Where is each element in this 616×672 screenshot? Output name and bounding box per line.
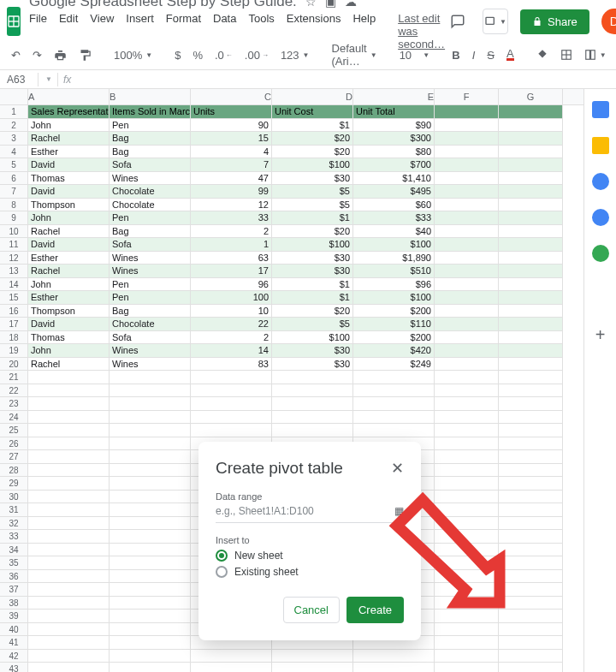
row-head[interactable]: 36: [0, 570, 28, 584]
row-head[interactable]: 40: [0, 623, 28, 637]
cell[interactable]: [28, 650, 110, 663]
star-icon[interactable]: ☆: [305, 0, 317, 9]
cell[interactable]: $100: [272, 331, 353, 345]
cell[interactable]: [110, 384, 191, 398]
cell[interactable]: [435, 199, 499, 212]
row-head[interactable]: 14: [0, 278, 28, 292]
cell[interactable]: [435, 238, 499, 252]
row-head[interactable]: 12: [0, 252, 28, 265]
row-head[interactable]: 38: [0, 597, 28, 610]
cell[interactable]: [28, 663, 110, 672]
cell[interactable]: [435, 384, 499, 398]
cell[interactable]: [110, 397, 191, 411]
cell[interactable]: $1,410: [353, 172, 435, 186]
cell[interactable]: 14: [191, 344, 272, 358]
cell[interactable]: $5: [272, 199, 353, 212]
cell[interactable]: [435, 265, 499, 278]
radio-new-sheet[interactable]: New sheet: [216, 550, 404, 562]
cell[interactable]: $20: [272, 132, 353, 146]
percent-button[interactable]: %: [188, 46, 207, 64]
cell[interactable]: $90: [353, 119, 435, 133]
select-range-icon[interactable]: ▦: [394, 505, 404, 517]
cell[interactable]: [435, 464, 499, 478]
cell[interactable]: [435, 211, 499, 225]
menu-edit[interactable]: Edit: [59, 12, 78, 51]
cell[interactable]: Chocolate: [110, 199, 191, 212]
cell[interactable]: [110, 517, 191, 531]
cell[interactable]: [499, 544, 563, 557]
cell[interactable]: [28, 411, 110, 425]
cell[interactable]: $30: [272, 252, 353, 265]
cell[interactable]: [499, 517, 563, 531]
present-icon[interactable]: ▼: [483, 9, 508, 34]
cell[interactable]: [28, 450, 110, 464]
move-icon[interactable]: ▣: [325, 0, 336, 9]
cell[interactable]: [499, 583, 563, 597]
menu-view[interactable]: View: [90, 12, 114, 51]
row-head[interactable]: 26: [0, 437, 28, 451]
row-head[interactable]: 8: [0, 199, 28, 212]
merge-button[interactable]: ▼: [580, 46, 611, 63]
cell[interactable]: [28, 477, 110, 491]
cell[interactable]: [499, 650, 563, 663]
cell[interactable]: [191, 663, 272, 672]
cell[interactable]: John: [28, 278, 110, 292]
cell[interactable]: [435, 623, 499, 637]
cell[interactable]: Thomas: [28, 331, 110, 345]
cell[interactable]: [435, 610, 499, 623]
cell[interactable]: Sofa: [110, 158, 191, 172]
row-head[interactable]: 41: [0, 636, 28, 650]
cell[interactable]: 2: [191, 225, 272, 239]
cell[interactable]: [28, 464, 110, 478]
cell[interactable]: [272, 650, 353, 663]
name-box[interactable]: A63: [0, 74, 38, 86]
cell[interactable]: [435, 146, 499, 159]
cell[interactable]: $100: [353, 238, 435, 252]
cell[interactable]: Items Sold in March: [110, 105, 191, 119]
cell[interactable]: [435, 636, 499, 650]
cell[interactable]: $1: [272, 119, 353, 133]
row-head[interactable]: 30: [0, 491, 28, 504]
cell[interactable]: 96: [191, 278, 272, 292]
cell[interactable]: [499, 225, 563, 239]
cell[interactable]: [499, 424, 563, 437]
cell[interactable]: [499, 158, 563, 172]
cell[interactable]: [499, 530, 563, 544]
cell[interactable]: [191, 371, 272, 384]
cell[interactable]: [28, 517, 110, 531]
cell[interactable]: [272, 397, 353, 411]
cell[interactable]: [499, 119, 563, 133]
row-head[interactable]: 34: [0, 544, 28, 557]
cell[interactable]: [435, 424, 499, 437]
row-head[interactable]: 5: [0, 158, 28, 172]
cell[interactable]: [272, 424, 353, 437]
cell[interactable]: [272, 663, 353, 672]
cell[interactable]: 4: [191, 146, 272, 159]
cell[interactable]: Units: [191, 105, 272, 119]
cell[interactable]: $33: [353, 211, 435, 225]
cell[interactable]: [28, 371, 110, 384]
cell[interactable]: [110, 556, 191, 570]
cell[interactable]: [435, 544, 499, 557]
cell[interactable]: Wines: [110, 252, 191, 265]
cell[interactable]: $5: [272, 185, 353, 199]
cell[interactable]: Sofa: [110, 331, 191, 345]
sheets-logo[interactable]: [7, 7, 21, 36]
cell[interactable]: [353, 411, 435, 425]
col-head-G[interactable]: G: [499, 89, 563, 104]
menu-file[interactable]: File: [29, 12, 47, 51]
cell[interactable]: [435, 491, 499, 504]
cell[interactable]: David: [28, 238, 110, 252]
cell[interactable]: $5: [272, 318, 353, 331]
cell[interactable]: [499, 464, 563, 478]
cell[interactable]: Thompson: [28, 305, 110, 318]
cell[interactable]: [499, 491, 563, 504]
cell[interactable]: $30: [272, 344, 353, 358]
cell[interactable]: [435, 158, 499, 172]
cell[interactable]: [499, 344, 563, 358]
cell[interactable]: $60: [353, 199, 435, 212]
cell[interactable]: [499, 291, 563, 305]
text-color-button[interactable]: A: [502, 47, 518, 63]
font-size-select[interactable]: 10 ▼: [395, 46, 435, 64]
cell[interactable]: [499, 265, 563, 278]
